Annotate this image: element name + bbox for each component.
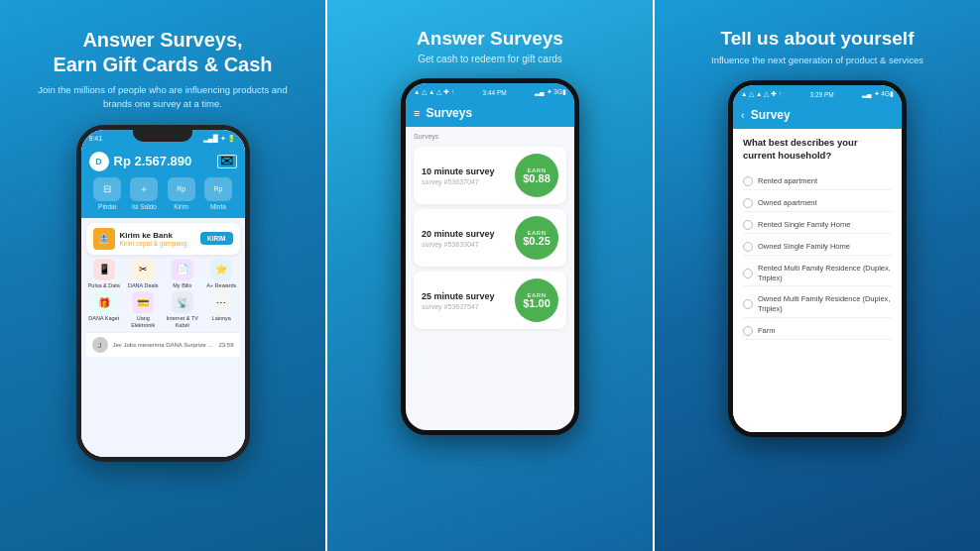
survey-id-3: survey #53637547 xyxy=(422,303,495,310)
grid-lainnya[interactable]: ⋯ Lainnya xyxy=(203,291,240,328)
grid-dana-deals[interactable]: ✂ DANA Deals xyxy=(125,259,162,289)
phone-mockup-1: 9:41 ▂▄█ ✦ 🔋 D Rp 2.567.890 ✉ ⊟ Pindai ＋ xyxy=(76,125,250,462)
radio-circle-5 xyxy=(743,299,753,309)
phone-body-1: 🏦 Kirim ke Bank Kirim cepat & gampang KI… xyxy=(81,218,245,457)
balance-amount: Rp 2.567.890 xyxy=(114,154,217,168)
action-isi-saldo[interactable]: ＋ Isi Saldo xyxy=(130,177,158,210)
status-icons: ▂▄█ ✦ 🔋 xyxy=(203,135,237,143)
grid-rewards[interactable]: ⭐ A+ Rewards xyxy=(203,259,240,289)
phone3-nav: ‹ Survey xyxy=(733,103,902,129)
p3-status-icons: ▲ △ ▲ △ ✚ ↑ xyxy=(741,90,782,98)
radio-option-4[interactable]: Rented Multi Family Residence (Duplex, T… xyxy=(743,261,892,287)
phone-notch xyxy=(133,130,192,142)
panel-3-headline: Tell us about yourself xyxy=(721,28,915,50)
mail-icon: ✉ xyxy=(217,155,237,168)
survey-card-1[interactable]: 10 minute survey survey #53637047 EARN $… xyxy=(414,147,566,204)
earn-badge-3: EARN $1.00 xyxy=(515,278,558,322)
internet-icon: 📡 xyxy=(172,291,193,313)
p2-status-icons: ▲ △ ▲ △ ✚ ↑ xyxy=(414,88,454,96)
panel-1-headline: Answer Surveys, Earn Gift Cards & Cash xyxy=(53,28,272,77)
phone-grid: 📱 Pulsa & Data ✂ DANA Deals 📄 My Bills ⭐… xyxy=(86,259,240,329)
p3-status-signal: ▂▄ ✦ 4G▮ xyxy=(862,90,894,98)
rewards-icon: ⭐ xyxy=(210,259,232,280)
hamburger-icon[interactable]: ≡ xyxy=(414,107,420,119)
grid-internet[interactable]: 📡 Internet & TV Kabel xyxy=(165,291,201,328)
dana-deals-icon: ✂ xyxy=(132,259,154,280)
actions-row: ⊟ Pindai ＋ Isi Saldo Rp Kirim Rp Minta xyxy=(89,177,237,210)
p3-status-time: 3:29 PM xyxy=(810,91,834,98)
survey-card-2[interactable]: 20 minute survey survey #53633047 EARN $… xyxy=(414,209,566,267)
radio-option-1[interactable]: Owned apartment xyxy=(743,195,892,212)
grid-pulsa[interactable]: 📱 Pulsa & Data xyxy=(86,259,123,289)
phone2-body: Surveys 10 minute survey survey #5363704… xyxy=(406,127,574,430)
phone-footer: J Jev Jobs menerima DANA Surprize dari J… xyxy=(86,332,240,357)
survey-info-2: 20 minute survey survey #53633047 xyxy=(422,229,495,248)
radio-circle-2 xyxy=(743,220,753,230)
phone2-status: ▲ △ ▲ △ ✚ ↑ 3:44 PM ▂▄ ✦ 3G▮ xyxy=(406,83,574,101)
dana-kaget-icon: 🎁 xyxy=(93,291,115,313)
survey-info-1: 10 minute survey survey #53637047 xyxy=(422,166,495,185)
pindai-label: Pindai xyxy=(98,203,116,210)
radio-option-6[interactable]: Farm xyxy=(743,323,892,340)
p2-section-label: Surveys xyxy=(414,133,566,140)
my-bills-label: My Bills xyxy=(173,282,191,289)
phone2-screen: ▲ △ ▲ △ ✚ ↑ 3:44 PM ▂▄ ✦ 3G▮ ≡ Surveys S… xyxy=(406,83,574,430)
earn-badge-2: EARN $0.25 xyxy=(515,216,558,260)
radio-circle-0 xyxy=(743,176,753,186)
footer-text: Jev Jobs menerima DANA Surprize dari J … xyxy=(113,342,214,348)
radio-text-2: Rented Single Family Home xyxy=(758,220,850,230)
grid-dana-kaget[interactable]: 🎁 DANA Kaget xyxy=(86,291,123,328)
dana-kaget-label: DANA Kaget xyxy=(88,315,119,322)
action-pindai[interactable]: ⊟ Pindai xyxy=(93,177,121,210)
radio-circle-1 xyxy=(743,198,753,208)
phone-header-1: D Rp 2.567.890 ✉ ⊟ Pindai ＋ Isi Saldo Rp xyxy=(81,148,245,218)
phone3-body: What best describes your current househo… xyxy=(733,129,902,432)
p2-nav-title: Surveys xyxy=(426,106,566,120)
radio-circle-4 xyxy=(743,269,753,278)
back-icon[interactable]: ‹ xyxy=(741,109,745,121)
survey-title-2: 20 minute survey xyxy=(422,229,495,239)
radio-option-2[interactable]: Rented Single Family Home xyxy=(743,217,892,234)
action-minta[interactable]: Rp Minta xyxy=(204,177,232,210)
balance-row: D Rp 2.567.890 ✉ xyxy=(89,152,237,171)
bank-text: Kirim ke Bank Kirim cepat & gampang xyxy=(120,231,196,247)
survey-question: What best describes your current househo… xyxy=(743,137,892,163)
pulsa-icon: 📱 xyxy=(93,259,115,280)
radio-text-0: Rented apartment xyxy=(758,176,817,186)
uang-icon: 💳 xyxy=(132,291,154,313)
earn-amount-3: $1.00 xyxy=(523,298,551,309)
bank-card[interactable]: 🏦 Kirim ke Bank Kirim cepat & gampang KI… xyxy=(86,223,240,255)
phone3-status: ▲ △ ▲ △ ✚ ↑ 3:29 PM ▂▄ ✦ 4G▮ xyxy=(733,85,902,103)
minta-icon: Rp xyxy=(204,177,232,201)
p2-status-signal: ▂▄ ✦ 3G▮ xyxy=(535,88,566,96)
bank-title: Kirim ke Bank xyxy=(120,231,196,240)
action-kirim[interactable]: Rp Kirim xyxy=(168,177,195,210)
panel-1-subtext: Join the millions of people who are infl… xyxy=(34,83,292,111)
bank-sub: Kirim cepat & gampang xyxy=(120,240,196,247)
grid-my-bills[interactable]: 📄 My Bills xyxy=(165,259,201,289)
lainnya-icon: ⋯ xyxy=(210,291,232,313)
bank-btn[interactable]: KIRIM xyxy=(200,232,232,245)
minta-label: Minta xyxy=(210,203,226,210)
radio-text-4: Rented Multi Family Residence (Duplex, T… xyxy=(758,264,892,283)
isi-saldo-icon: ＋ xyxy=(130,177,158,201)
earn-amount-2: $0.25 xyxy=(523,236,551,247)
dana-icon: D xyxy=(89,152,109,171)
panel-1: Answer Surveys, Earn Gift Cards & Cash J… xyxy=(0,0,325,551)
footer-avatar: J xyxy=(92,337,108,353)
rewards-label: A+ Rewards xyxy=(206,282,236,289)
radio-option-3[interactable]: Owned Single Family Home xyxy=(743,239,892,256)
radio-text-3: Owned Single Family Home xyxy=(758,242,850,252)
radio-option-5[interactable]: Owned Multi Family Residence (Duplex, Tr… xyxy=(743,291,892,318)
panel-2-headline: Answer Surveys xyxy=(417,28,563,50)
survey-title-1: 10 minute survey xyxy=(422,166,495,176)
phone-mockup-2: ▲ △ ▲ △ ✚ ↑ 3:44 PM ▂▄ ✦ 3G▮ ≡ Surveys S… xyxy=(401,78,579,435)
radio-text-5: Owned Multi Family Residence (Duplex, Tr… xyxy=(758,294,892,314)
lainnya-label: Lainnya xyxy=(212,315,231,322)
grid-uang[interactable]: 💳 Uang Elektronik xyxy=(125,291,162,328)
survey-id-1: survey #53637047 xyxy=(422,178,495,185)
survey-card-3[interactable]: 25 minute survey survey #53637547 EARN $… xyxy=(414,272,566,329)
panel-3: Tell us about yourself Influence the nex… xyxy=(655,0,980,551)
pulsa-label: Pulsa & Data xyxy=(88,282,120,289)
radio-option-0[interactable]: Rented apartment xyxy=(743,173,892,190)
